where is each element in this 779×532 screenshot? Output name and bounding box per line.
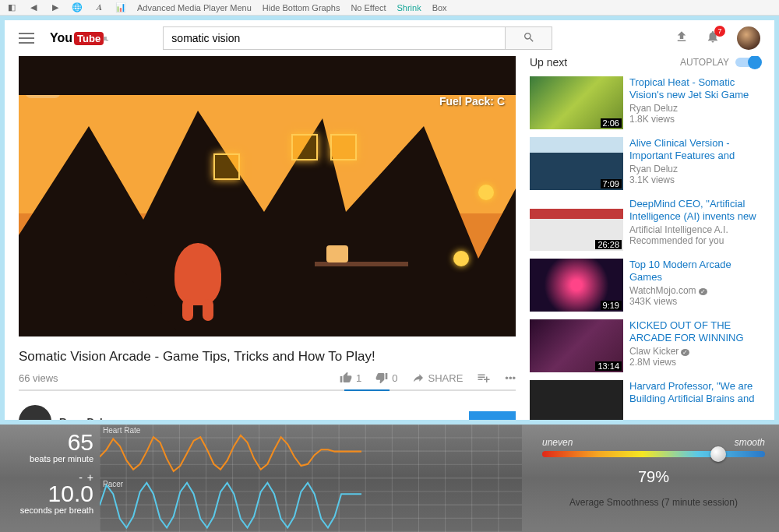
- header-actions: 7: [675, 26, 760, 50]
- thumbnail: 7:09: [530, 137, 623, 190]
- duration-badge: 2:06: [601, 118, 622, 128]
- rec-channel: Claw Kicker: [629, 346, 760, 357]
- logo-red: Tube: [74, 32, 104, 45]
- rec-title: KICKED OUT OF THE ARCADE FOR WINNING JAC…: [629, 319, 760, 344]
- rec-views: 3.1K views: [629, 174, 760, 185]
- heart-rate-value: 65: [0, 431, 93, 454]
- autoplay-toggle[interactable]: [735, 58, 760, 67]
- heart-rate-graph: Heart Rate: [100, 425, 522, 478]
- powerup-icon: [330, 134, 357, 160]
- forward-icon[interactable]: ▶: [50, 2, 61, 13]
- video-player[interactable]: Level 4 $86130 / $100000 Fuel Pack: C: [19, 56, 516, 336]
- upload-icon[interactable]: [675, 30, 689, 47]
- uploader-row: Ryan Deluz: [19, 405, 516, 420]
- sidebar: Up next AUTOPLAY 2:06 Tropical Heat - So…: [530, 56, 760, 412]
- thumbnail: 26:28: [530, 198, 623, 251]
- graph2-label: Pacer: [103, 480, 123, 488]
- chart-icon[interactable]: 📊: [115, 2, 126, 13]
- smoothness-avg-label: Average Smoothness (7 minute session): [542, 497, 765, 508]
- menu-advanced[interactable]: Advanced Media Player Menu: [137, 3, 252, 12]
- thumbnail: 13:14: [530, 319, 623, 372]
- like-count: 1: [356, 372, 361, 384]
- pacer-graph: Pacer: [100, 478, 522, 532]
- logo-region: IL: [104, 36, 108, 41]
- player-character: [326, 245, 348, 262]
- rec-channel: WatchMojo.com: [629, 285, 760, 296]
- notif-badge: 7: [714, 26, 725, 37]
- svg-marker-0: [19, 56, 516, 95]
- rec-channel: Ryan Deluz: [629, 164, 760, 174]
- gauge-knob-icon[interactable]: [710, 446, 726, 462]
- content: Level 4 $86130 / $100000 Fuel Pack: C: [5, 56, 774, 420]
- powerup-icon: [291, 134, 318, 160]
- recommendation[interactable]: 9:19 Top 10 Modern Arcade Games WatchMoj…: [530, 259, 760, 312]
- app-icon: ◧: [6, 2, 17, 13]
- enemy-character: [174, 243, 221, 305]
- browser-window: YouTubeIL 7 Level 4: [5, 20, 774, 420]
- duration-badge: 7:09: [601, 179, 622, 188]
- video-title: Somatic Vision Arcade - Game Tips, Trick…: [19, 349, 516, 365]
- gauge-left-label: uneven: [542, 437, 573, 448]
- logo-text: You: [50, 31, 72, 45]
- menu-shrink[interactable]: Shrink: [397, 3, 421, 12]
- metrics: 65 beats per minute -+ 10.0 seconds per …: [0, 425, 100, 532]
- rec-views: 343K views: [629, 296, 760, 307]
- subscribe-button[interactable]: [469, 411, 516, 420]
- coin-icon: [478, 185, 494, 200]
- menu-icon[interactable]: [19, 33, 34, 44]
- dislike-count: 0: [392, 372, 397, 384]
- dislike-button[interactable]: 0: [375, 372, 397, 384]
- share-button[interactable]: SHARE: [412, 372, 464, 384]
- back-icon[interactable]: ◀: [28, 2, 39, 13]
- thumbnail: [530, 380, 623, 420]
- duration-badge: 9:19: [601, 301, 622, 310]
- coin-icon: [453, 251, 469, 266]
- menu-hide-graphs[interactable]: Hide Bottom Graphs: [263, 3, 340, 12]
- os-toolbar: ◧ ◀ ▶ 🌐 𝑨 📊 Advanced Media Player Menu H…: [0, 0, 779, 16]
- youtube-logo[interactable]: YouTubeIL: [50, 31, 108, 45]
- menu-no-effect[interactable]: No Effect: [351, 3, 386, 12]
- recommendation[interactable]: 13:14 KICKED OUT OF THE ARCADE FOR WINNI…: [530, 319, 760, 372]
- search-box: [163, 26, 552, 50]
- rec-title: Tropical Heat - Somatic Vision's new Jet…: [629, 76, 760, 101]
- avatar[interactable]: [737, 26, 760, 50]
- notifications-icon[interactable]: 7: [706, 30, 720, 47]
- menu-box[interactable]: Box: [432, 3, 447, 12]
- rec-title: Alive Clinical Version - Important Featu…: [629, 137, 760, 162]
- game-terrain: [19, 56, 516, 336]
- biofeedback-panel: 65 beats per minute -+ 10.0 seconds per …: [0, 425, 779, 532]
- add-to-button[interactable]: [477, 371, 491, 385]
- heart-rate-label: beats per minute: [0, 454, 93, 463]
- rec-channel: Artificial Intelligence A.I.: [629, 224, 760, 235]
- like-ratio-bar: [19, 389, 516, 391]
- recommendation[interactable]: Harvard Professor, "We are Building Arti…: [530, 380, 760, 420]
- duration-badge: 26:28: [595, 240, 622, 249]
- recommendation[interactable]: 2:06 Tropical Heat - Somatic Vision's ne…: [530, 76, 760, 129]
- recommendation[interactable]: 7:09 Alive Clinical Version - Important …: [530, 137, 760, 190]
- globe-icon[interactable]: 🌐: [72, 2, 83, 13]
- breath-value: 10.0: [0, 482, 93, 506]
- rec-views: 1.8K views: [629, 114, 760, 125]
- rec-title: Top 10 Modern Arcade Games: [629, 259, 760, 284]
- smoothness-percent: 79%: [542, 468, 765, 486]
- more-button[interactable]: •••: [505, 372, 516, 384]
- rec-title: DeepMind CEO, "Artificial Intelligence (…: [629, 198, 760, 223]
- thumbnail: 2:06: [530, 76, 623, 129]
- recommendation[interactable]: 26:28 DeepMind CEO, "Artificial Intellig…: [530, 198, 760, 251]
- like-button[interactable]: 1: [340, 372, 361, 384]
- video-views: 66 views: [19, 372, 58, 384]
- breath-label: seconds per breath: [0, 506, 93, 515]
- smoothness-gauge[interactable]: [542, 451, 765, 462]
- thumbnail: 9:19: [530, 259, 623, 312]
- rec-channel: Ryan Deluz: [629, 103, 760, 114]
- uploader-avatar[interactable]: [19, 405, 51, 420]
- share-label: SHARE: [428, 372, 464, 384]
- search-input[interactable]: [163, 26, 506, 50]
- uploader-name[interactable]: Ryan Deluz: [59, 416, 114, 421]
- text-style-icon[interactable]: 𝑨: [93, 2, 104, 13]
- powerup-icon: [213, 153, 240, 180]
- gauge-right-label: smooth: [735, 437, 765, 448]
- smoothness-panel: uneven smooth 79% Average Smoothness (7 …: [522, 425, 779, 532]
- search-button[interactable]: [506, 26, 552, 50]
- youtube-header: YouTubeIL 7: [5, 20, 774, 56]
